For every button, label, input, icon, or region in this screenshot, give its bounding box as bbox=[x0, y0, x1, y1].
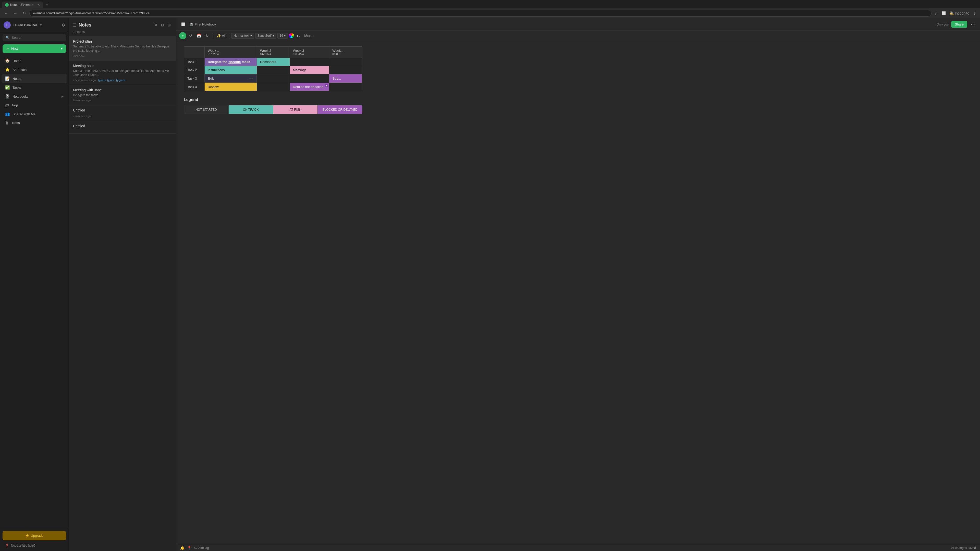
note-meta: Just now bbox=[73, 54, 172, 57]
expand-icon: ▶ bbox=[62, 95, 64, 98]
note-item[interactable]: Meeting note Date & Time 8 AM- 9 AM Goal… bbox=[69, 61, 176, 85]
split-screen-button[interactable]: ⬜ bbox=[940, 10, 947, 16]
help-button[interactable]: ❓ Need a little help? bbox=[3, 542, 66, 549]
more-formatting-button[interactable]: More › bbox=[302, 32, 316, 39]
reminder-bell-button[interactable]: 🔔 bbox=[180, 546, 185, 550]
url-text: evernote.com/client/web?login=true#/note… bbox=[33, 11, 150, 15]
add-content-button[interactable]: ＋ bbox=[179, 32, 186, 39]
sidebar-item-label: Trash bbox=[11, 121, 20, 125]
more-options-button[interactable]: ⋯ bbox=[970, 21, 976, 28]
header-actions: ⇅ ⊟ ⊞ bbox=[153, 22, 172, 28]
sidebar-item-notebooks[interactable]: 📓 Notebooks ▶ bbox=[2, 92, 67, 101]
gantt-cell bbox=[257, 74, 290, 83]
incognito-button[interactable]: 🕵 Incognito bbox=[948, 10, 970, 16]
note-preview: Summary To be able to etc. Major Milesto… bbox=[73, 44, 172, 53]
font-size-chevron-icon: ▾ bbox=[284, 34, 286, 38]
legend-title: Legend bbox=[184, 97, 363, 102]
bookmark-button[interactable]: ☆ bbox=[934, 10, 939, 16]
editor-content[interactable]: Week 1 01/02/24 Week 2 01/03/24 Week 3 0… bbox=[176, 41, 980, 544]
note-timestamp: 6 minutes ago bbox=[73, 99, 91, 102]
note-item[interactable]: Project plan Summary To be able to etc. … bbox=[69, 36, 176, 61]
user-dropdown-icon: ▼ bbox=[40, 24, 42, 27]
note-item[interactable]: Untitled 7 minutes ago bbox=[69, 105, 176, 121]
new-tab-button[interactable]: + bbox=[44, 2, 50, 8]
refresh-button[interactable]: ↻ bbox=[21, 10, 27, 17]
sidebar-item-label: Notes bbox=[13, 77, 21, 81]
sidebar-item-shared[interactable]: 👥 Shared with Me bbox=[2, 110, 67, 118]
new-button[interactable]: ＋ New ▾ bbox=[3, 44, 66, 53]
gantt-cell bbox=[290, 58, 329, 66]
gantt-cell: Delegate the specific tasks bbox=[205, 58, 257, 66]
editor-top-right: Only you Share ⋯ bbox=[937, 21, 976, 28]
shortcuts-icon: ⭐ bbox=[5, 67, 10, 72]
note-tags: @john @jane @grace bbox=[98, 79, 126, 82]
upgrade-button[interactable]: ⚡ Upgrade bbox=[3, 531, 66, 540]
menu-button[interactable]: ⋮ bbox=[972, 10, 977, 16]
gantt-header-week2: Week 2 01/03/24 bbox=[257, 47, 290, 58]
tab-bar: Notes - Evernote ✕ + bbox=[0, 0, 980, 8]
upgrade-label: Upgrade bbox=[31, 534, 44, 537]
save-status: All changes saved bbox=[951, 546, 976, 550]
search-bar[interactable]: 🔍 Search bbox=[3, 34, 66, 41]
back-button[interactable]: ← bbox=[3, 10, 10, 17]
ai-button[interactable]: ✨ AI bbox=[215, 32, 227, 39]
calendar-button[interactable]: 📅 bbox=[195, 32, 203, 39]
new-label: New bbox=[11, 47, 18, 51]
gantt-cell: Reminders bbox=[257, 58, 290, 66]
active-tab[interactable]: Notes - Evernote ✕ bbox=[2, 2, 43, 8]
sidebar-nav: 🏠 Home ⭐ Shortcuts 📝 Notes ✅ Tasks 📓 Not… bbox=[0, 55, 68, 528]
sidebar-item-tags[interactable]: 🏷 Tags bbox=[2, 101, 67, 110]
location-button[interactable]: 📍 bbox=[187, 546, 191, 550]
gantt-table-container: Week 1 01/02/24 Week 2 01/03/24 Week 3 0… bbox=[184, 46, 363, 91]
note-title: Meeting note bbox=[73, 64, 172, 68]
note-preview: Date & Time 8 AM- 9 AM Goal To delegate … bbox=[73, 69, 172, 78]
sidebar-item-tasks[interactable]: ✅ Tasks bbox=[2, 83, 67, 92]
address-bar[interactable]: evernote.com/client/web?login=true#/note… bbox=[29, 10, 932, 17]
note-item[interactable]: Untitled bbox=[69, 121, 176, 134]
bold-button[interactable]: B bbox=[295, 32, 301, 39]
gantt-cell bbox=[257, 66, 290, 74]
view-button[interactable]: ⊞ bbox=[167, 22, 172, 28]
resize-handle[interactable]: ⟺ bbox=[248, 76, 253, 80]
add-tag-area[interactable]: 🏷 Add tag bbox=[194, 546, 209, 550]
sidebar-item-trash[interactable]: 🗑 Trash bbox=[2, 119, 67, 127]
text-style-selector[interactable]: Normal text ▾ bbox=[231, 33, 254, 39]
legend-blocked: BLOCKED OR DELAYED bbox=[318, 105, 362, 114]
text-style-chevron-icon: ▾ bbox=[250, 34, 252, 38]
redo-button[interactable]: ↻ bbox=[204, 32, 210, 39]
note-preview: Delegate the tasks bbox=[73, 93, 172, 97]
share-button[interactable]: Share bbox=[951, 21, 967, 28]
undo-button[interactable]: ↺ bbox=[187, 32, 194, 39]
font-chevron-icon: ▾ bbox=[272, 34, 274, 38]
notebook-name: First Notebook bbox=[195, 22, 216, 26]
home-icon: 🏠 bbox=[5, 59, 10, 63]
gantt-header-task bbox=[184, 47, 205, 58]
sidebar-item-notes[interactable]: 📝 Notes bbox=[2, 74, 67, 83]
tab-close-button[interactable]: ✕ bbox=[38, 3, 40, 6]
app-container: L Lauren Dale Deli ▼ ⚙ 🔍 Search ＋ New ▾ … bbox=[0, 18, 980, 551]
note-item[interactable]: Meeting with Jane Delegate the tasks 6 m… bbox=[69, 85, 176, 105]
note-title: Untitled bbox=[73, 108, 172, 112]
user-info[interactable]: L Lauren Dale Deli ▼ bbox=[3, 21, 42, 29]
help-label: Need a little help? bbox=[11, 544, 35, 548]
settings-button[interactable]: ⚙ bbox=[62, 23, 65, 27]
sort-button[interactable]: ⇅ bbox=[153, 22, 159, 28]
font-size-selector[interactable]: 16 ▾ bbox=[277, 33, 288, 39]
forward-button[interactable]: → bbox=[12, 10, 19, 17]
gantt-cell: Instructions bbox=[205, 66, 257, 74]
filter-button[interactable]: ⊟ bbox=[160, 22, 165, 28]
sidebar: L Lauren Dale Deli ▼ ⚙ 🔍 Search ＋ New ▾ … bbox=[0, 18, 69, 551]
note-timestamp: 7 minutes ago bbox=[73, 114, 91, 118]
sidebar-item-shortcuts[interactable]: ⭐ Shortcuts bbox=[2, 65, 67, 74]
gantt-cell bbox=[290, 74, 329, 83]
sidebar-item-home[interactable]: 🏠 Home bbox=[2, 56, 67, 65]
sidebar-item-label: Tags bbox=[11, 103, 18, 107]
gantt-row-task1: Task 1 Delegate the specific tasks Remin… bbox=[184, 58, 362, 66]
color-picker-button[interactable] bbox=[289, 33, 294, 38]
font-selector[interactable]: Sans Serif ▾ bbox=[255, 33, 277, 39]
gantt-cell: Sub... bbox=[329, 74, 362, 83]
note-title: Meeting with Jane bbox=[73, 88, 172, 92]
expand-panel-button[interactable]: ⬜ bbox=[180, 21, 186, 27]
notebook-selector[interactable]: 📓 First Notebook bbox=[189, 22, 216, 26]
gantt-cell: Remind the deadline ▾ bbox=[290, 83, 329, 91]
